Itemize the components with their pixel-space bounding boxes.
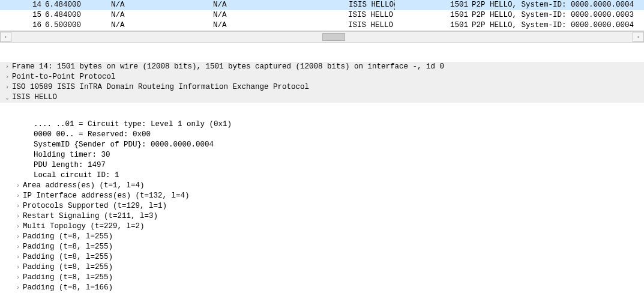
tree-node-label: .... ..01 = Circuit type: Level 1 only (… (34, 119, 232, 130)
chevron-right-icon[interactable] (4, 62, 11, 72)
chevron-right-icon[interactable] (14, 252, 22, 262)
chevron-right-icon[interactable] (14, 222, 22, 232)
col-dst: N/A (213, 10, 348, 20)
tree-node-label: Padding (t=8, l=255) (23, 262, 113, 273)
tree-node[interactable]: Multi Topology (t=229, l=2) (0, 222, 644, 232)
col-len: 1501 (438, 20, 472, 31)
tree-node[interactable]: ISO 10589 ISIS InTRA Domain Routeing Inf… (0, 82, 644, 92)
chevron-right-icon[interactable] (14, 232, 22, 242)
tree-node: PDU length: 1497 (0, 160, 644, 171)
packet-row[interactable]: 166.500000N/AN/AISIS HELLO1501P2P HELLO,… (0, 20, 644, 31)
col-len: 1501 (438, 10, 472, 20)
chevron-right-icon[interactable] (14, 181, 22, 191)
col-time: 6.500000 (45, 20, 111, 31)
chevron-right-icon[interactable] (14, 273, 22, 283)
tree-node-label: Padding (t=8, l=255) (23, 273, 113, 283)
tree-node[interactable]: Area address(es) (t=1, l=4) (0, 181, 644, 191)
chevron-right-icon[interactable] (4, 72, 11, 82)
chevron-down-icon[interactable] (4, 92, 11, 103)
col-src: N/A (111, 0, 213, 10)
col-proto: ISIS HELLO (348, 10, 438, 20)
tree-node-label: ISO 10589 ISIS InTRA Domain Routeing Inf… (12, 82, 309, 92)
tree-node-label: Padding (t=8, l=255) (23, 232, 113, 242)
col-info: P2P HELLO, System-ID: 0000.0000.0004 (472, 0, 642, 10)
tree-node: 0000 00.. = Reserved: 0x00 (0, 130, 644, 140)
tree-node-label: SystemID {Sender of PDU}: 0000.0000.0004 (34, 140, 214, 150)
tree-node-label: Frame 14: 1501 bytes on wire (12008 bits… (12, 62, 444, 72)
scroll-right-button[interactable]: › (633, 32, 644, 42)
tree-node-label: ISIS HELLO (12, 92, 57, 103)
tree-node[interactable]: Padding (t=8, l=255) (0, 232, 644, 242)
col-time: 6.484000 (45, 0, 111, 10)
scroll-left-button[interactable]: ‹ (0, 32, 11, 42)
col-info: P2P HELLO, System-ID: 0000.0000.0004 (472, 20, 642, 31)
col-len: 1501 (438, 0, 472, 10)
horizontal-scrollbar[interactable]: ‹ › (0, 31, 644, 43)
col-info: P2P HELLO, System-ID: 0000.0000.0003 (472, 10, 642, 20)
chevron-right-icon[interactable] (14, 211, 22, 222)
scrollbar-thumb[interactable] (322, 33, 345, 41)
tree-node: .... ..01 = Circuit type: Level 1 only (… (0, 119, 644, 130)
packet-row[interactable]: 156.484000N/AN/AISIS HELLO1501P2P HELLO,… (0, 10, 644, 20)
tree-node-label: Point-to-Point Protocol (12, 72, 116, 82)
col-no: 14 (2, 0, 45, 10)
tree-node-label: Padding (t=8, l=255) (23, 252, 113, 262)
tree-node-label: 0000 00.. = Reserved: 0x00 (34, 130, 151, 140)
chevron-right-icon[interactable] (14, 262, 22, 273)
tree-node[interactable]: Padding (t=8, l=255) (0, 252, 644, 262)
tree-node-label: Multi Topology (t=229, l=2) (23, 222, 145, 232)
tree-node-label: PDU length: 1497 (34, 160, 106, 171)
col-dst: N/A (213, 0, 348, 10)
col-proto: ISIS HELLO (348, 0, 438, 10)
tree-node[interactable]: IP Interface address(es) (t=132, l=4) (0, 191, 644, 201)
tree-node[interactable]: Padding (t=8, l=255) (0, 262, 644, 273)
tree-node-label: Padding (t=8, l=166) (23, 283, 113, 293)
tree-node: SystemID {Sender of PDU}: 0000.0000.0004 (0, 140, 644, 150)
tree-node-label: Holding timer: 30 (34, 150, 110, 160)
col-time: 6.484000 (45, 10, 111, 20)
chevron-right-icon[interactable] (14, 283, 22, 293)
col-dst: N/A (213, 20, 348, 31)
col-no: 15 (2, 10, 45, 20)
tree-node: Local circuit ID: 1 (0, 171, 644, 181)
tree-node[interactable]: Padding (t=8, l=255) (0, 242, 644, 252)
chevron-right-icon[interactable] (14, 191, 22, 201)
tree-node-label: Protocols Supported (t=129, l=1) (23, 201, 167, 211)
scrollbar-track[interactable] (11, 32, 633, 42)
tree-node-label: Padding (t=8, l=255) (23, 242, 113, 252)
tree-node[interactable]: Frame 14: 1501 bytes on wire (12008 bits… (0, 62, 644, 72)
chevron-right-icon[interactable] (14, 242, 22, 252)
tree-node: Holding timer: 30 (0, 150, 644, 160)
col-src: N/A (111, 10, 213, 20)
col-no: 16 (2, 20, 45, 31)
chevron-right-icon[interactable] (4, 82, 11, 92)
col-proto: ISIS HELLO (348, 20, 438, 31)
tree-node[interactable]: Padding (t=8, l=166) (0, 283, 644, 293)
tree-node[interactable]: Restart Signaling (t=211, l=3) (0, 211, 644, 222)
tree-node-label: IP Interface address(es) (t=132, l=4) (23, 191, 190, 201)
tree-node[interactable]: ISIS HELLO (0, 92, 644, 103)
tree-node[interactable]: Point-to-Point Protocol (0, 72, 644, 82)
tree-node[interactable]: Padding (t=8, l=255) (0, 273, 644, 283)
tree-node-label: Local circuit ID: 1 (34, 171, 119, 181)
tree-node-label: Restart Signaling (t=211, l=3) (23, 211, 158, 222)
packet-details-tree[interactable]: Frame 14: 1501 bytes on wire (12008 bits… (0, 43, 644, 305)
packet-list[interactable]: 146.484000N/AN/AISIS HELLO1501P2P HELLO,… (0, 0, 644, 31)
tree-node[interactable]: Protocols Supported (t=129, l=1) (0, 201, 644, 211)
packet-row[interactable]: 146.484000N/AN/AISIS HELLO1501P2P HELLO,… (0, 0, 644, 10)
chevron-right-icon[interactable] (14, 201, 22, 211)
tree-node-label: Area address(es) (t=1, l=4) (23, 181, 145, 191)
col-src: N/A (111, 20, 213, 31)
